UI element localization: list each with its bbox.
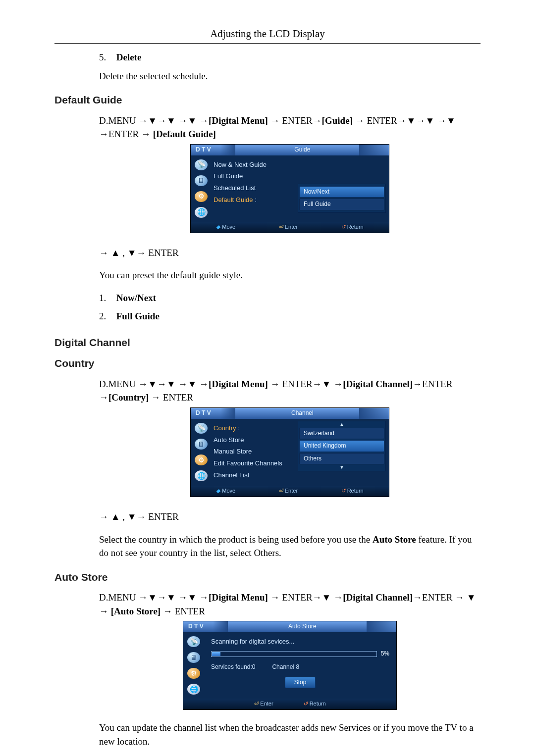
osd-tab-title: Guide: [216, 146, 389, 154]
path-text: [Guide]: [322, 115, 353, 126]
osd-header: D T V Channel: [191, 408, 389, 419]
page-title: Adjusting the LCD Display: [54, 28, 481, 40]
option-now-next[interactable]: Now/Next: [299, 186, 384, 198]
menu-item-scheduled-list[interactable]: Scheduled List: [212, 183, 296, 195]
path-text: [Auto Store]: [111, 606, 160, 616]
menu-colon: :: [236, 424, 240, 432]
osd-header: D T V Auto Store: [183, 621, 396, 632]
screen-icon[interactable]: 🖥: [187, 652, 200, 663]
list-item: 5. Delete: [54, 50, 481, 64]
osd-dtv-label: D T V: [191, 146, 216, 154]
progress-percent: 5%: [381, 650, 389, 658]
osd-submenu: Now/Next Full Guide: [298, 155, 389, 222]
caret-down-icon[interactable]: ▼: [299, 465, 384, 470]
gear-icon[interactable]: ⚙: [187, 668, 200, 679]
now-next-label: Now/Next: [116, 293, 156, 303]
menu-colon: :: [253, 196, 257, 203]
list-number: 5.: [99, 50, 114, 64]
screen-icon[interactable]: 🖥: [195, 175, 208, 186]
footer-label: Return: [310, 700, 326, 708]
osd-default-guide: D T V Guide 📡 🖥 ⚙ 🌐 Now & Next Guide Ful…: [190, 144, 389, 233]
path-text: [Digital Channel]: [343, 592, 413, 603]
footer-return: Return: [341, 223, 364, 231]
full-guide-label: Full Guide: [116, 311, 160, 321]
osd-tab-title: Channel: [216, 409, 389, 417]
menu-label: Country: [214, 424, 236, 432]
path-text: D.MENU →▼→▼ →▼ →: [99, 115, 209, 126]
menu-item-full-guide[interactable]: Full Guide: [212, 171, 296, 183]
gear-icon[interactable]: ⚙: [195, 191, 208, 202]
osd-sidebar-icons: 📡 🖥 ⚙ 🌐: [183, 632, 204, 699]
stop-button[interactable]: Stop: [285, 677, 316, 688]
menu-item-now-next[interactable]: Now & Next Guide: [212, 159, 296, 171]
default-guide-desc: You can preset the default guide style.: [99, 268, 481, 282]
menu-item-edit-fav[interactable]: Edit Favourite Channels: [212, 458, 296, 470]
osd-submenu: ▲ Switzerland United Kingdom Others ▼: [298, 419, 389, 486]
osd-footer: Move Enter Return: [191, 486, 389, 497]
menu-item-manual-store[interactable]: Manual Store: [212, 446, 296, 458]
gear-icon[interactable]: ⚙: [195, 454, 208, 465]
language-icon[interactable]: 🌐: [195, 470, 208, 481]
path-text: [Digital Channel]: [343, 379, 413, 389]
path-text: [Default Guide]: [153, 129, 216, 139]
footer-move: Move: [216, 223, 235, 231]
enter-icon: [254, 700, 258, 708]
language-icon[interactable]: 🌐: [195, 207, 208, 218]
heading-auto-store: Auto Store: [54, 570, 481, 585]
option-others[interactable]: Others: [299, 453, 384, 464]
osd-sidebar-icons: 📡 🖥 ⚙ 🌐: [191, 419, 212, 486]
return-icon: [303, 700, 308, 708]
option-switzerland[interactable]: Switzerland: [299, 428, 384, 439]
move-icon: [216, 487, 220, 495]
menu-item-default-guide[interactable]: Default Guide:: [212, 195, 296, 206]
dish-icon[interactable]: 📡: [195, 159, 208, 170]
menu-item-country[interactable]: Country:: [212, 423, 296, 435]
scanning-label: Scanning for digital sevices...: [211, 637, 389, 647]
option-full-guide[interactable]: Full Guide: [299, 199, 384, 210]
enter-icon: [278, 223, 283, 231]
footer-move: Move: [216, 487, 235, 495]
list-item: 1. Now/Next: [54, 291, 481, 305]
nav-path-auto-store: D.MENU →▼→▼ →▼ →[Digital Menu] → ENTER→▼…: [99, 591, 481, 618]
dish-icon[interactable]: 📡: [195, 423, 208, 434]
channel-label: Channel 8: [272, 663, 299, 671]
delete-desc: Delete the selected schedule.: [99, 69, 481, 83]
nav-line: → ▲ , ▼→ ENTER: [99, 510, 481, 524]
osd-tab-title: Auto Store: [209, 622, 396, 631]
nav-path-country: D.MENU →▼→▼ →▼ →[Digital Menu] → ENTER→▼…: [99, 377, 481, 404]
menu-label: Default Guide: [214, 196, 253, 203]
footer-label: Enter: [285, 487, 298, 495]
heading-digital-channel: Digital Channel: [54, 335, 481, 350]
menu-item-auto-store[interactable]: Auto Store: [212, 435, 296, 447]
heading-country: Country: [54, 356, 481, 371]
progress-bar: [211, 651, 377, 657]
footer-enter: Enter: [278, 487, 298, 495]
menu-item-channel-list[interactable]: Channel List: [212, 470, 296, 482]
option-united-kingdom[interactable]: United Kingdom: [299, 440, 384, 452]
footer-label: Move: [222, 223, 235, 231]
screen-icon[interactable]: 🖥: [195, 439, 208, 450]
language-icon[interactable]: 🌐: [187, 684, 200, 695]
heading-default-guide: Default Guide: [54, 93, 481, 107]
desc-bold: Auto Store: [373, 534, 416, 545]
list-number: 1.: [99, 291, 114, 305]
caret-up-icon[interactable]: ▲: [299, 422, 384, 427]
dish-icon[interactable]: 📡: [187, 636, 200, 647]
path-text: D.MENU →▼→▼ →▼ →: [99, 592, 209, 603]
path-text: D.MENU →▼→▼ →▼ →: [99, 379, 209, 389]
footer-label: Move: [222, 487, 235, 495]
progress-fill: [212, 652, 220, 656]
osd-header: D T V Guide: [191, 145, 389, 155]
list-item: 2. Full Guide: [54, 309, 481, 323]
footer-label: Return: [347, 487, 364, 495]
footer-return: Return: [303, 700, 326, 708]
enter-icon: [278, 487, 283, 495]
nav-line: → ▲ , ▼→ ENTER: [99, 246, 481, 260]
desc-text: Select the country in which the product …: [99, 534, 373, 545]
osd-menu: Country: Auto Store Manual Store Edit Fa…: [212, 419, 298, 486]
return-icon: [341, 223, 345, 231]
return-icon: [341, 487, 345, 495]
osd-dtv-label: D T V: [183, 622, 209, 631]
services-found: Services found:0: [211, 663, 255, 671]
osd-dtv-label: D T V: [191, 409, 216, 417]
